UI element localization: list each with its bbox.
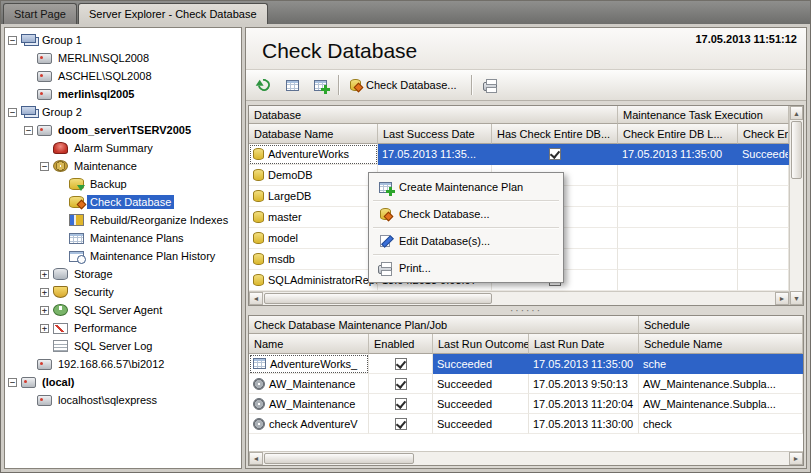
refresh-button[interactable] (251, 73, 277, 97)
last-run-outcome-cell[interactable]: Succeeded (433, 414, 529, 434)
tree-item[interactable]: Maintenance Plans (5, 229, 241, 247)
schedule-name-cell[interactable]: sche (639, 354, 803, 374)
tree-item[interactable]: −Group 1 (5, 31, 241, 49)
scroll-right-icon[interactable] (789, 452, 803, 465)
tree-expand-icon[interactable]: + (40, 306, 49, 315)
tree-item[interactable]: Check Database (5, 193, 241, 211)
check-entire-db-last-cell[interactable] (618, 249, 738, 270)
enabled-checkbox[interactable] (395, 418, 407, 430)
tree-item[interactable]: ASCHEL\SQL2008 (5, 67, 241, 85)
tree-item[interactable]: merlin\sql2005 (5, 85, 241, 103)
table-row[interactable]: check AdventureVSucceeded17.05.2013 11:3… (249, 414, 803, 434)
vscroll-thumb[interactable] (791, 121, 802, 179)
tree-item[interactable]: −Group 2 (5, 103, 241, 121)
last-run-date-cell[interactable]: 17.05.2013 9:50:13 (529, 374, 639, 394)
tab-server-explorer-check-database[interactable]: Server Explorer - Check Database (78, 3, 268, 24)
column-header[interactable]: Last Run Date (529, 334, 639, 354)
enabled-cell[interactable] (369, 374, 433, 394)
database-name-cell[interactable]: LargeDB (249, 186, 378, 207)
tree-collapse-icon[interactable]: − (8, 108, 17, 117)
hscroll-thumb[interactable] (264, 453, 414, 464)
schedule-name-cell[interactable]: check (639, 414, 803, 434)
hscroll-track[interactable] (263, 292, 775, 305)
tree-item[interactable]: −Maintenance (5, 157, 241, 175)
check-entire-db-outcome-cell[interactable] (738, 228, 789, 249)
tree-collapse-icon[interactable]: − (40, 162, 49, 171)
check-entire-db-last-cell[interactable]: 17.05.2013 11:35:00 (618, 144, 738, 165)
column-header[interactable]: Database Name (249, 124, 378, 144)
check-entire-db-last-cell[interactable] (618, 228, 738, 249)
enabled-cell[interactable] (369, 394, 433, 414)
tree-item[interactable]: +Storage (5, 265, 241, 283)
column-header[interactable]: Schedule Name (639, 334, 803, 354)
tree-item[interactable]: localhost\sqlexpress (5, 391, 241, 409)
enabled-checkbox[interactable] (395, 378, 407, 390)
menu-item-check-database[interactable]: Check Database... (371, 202, 561, 226)
check-entire-db-last-cell[interactable] (618, 270, 738, 291)
column-header[interactable]: Last Run Outcome (433, 334, 529, 354)
scroll-down-icon[interactable] (790, 291, 803, 305)
enabled-cell[interactable] (369, 414, 433, 434)
last-run-outcome-cell[interactable]: Succeeded (433, 394, 529, 414)
menu-item-print[interactable]: Print... (371, 256, 561, 280)
tree-collapse-icon[interactable]: − (8, 378, 17, 387)
tree-item[interactable]: 192.168.66.57\bi2012 (5, 355, 241, 373)
database-name-cell[interactable]: SQLAdministratorRepo (249, 270, 378, 291)
check-entire-db-last-cell[interactable] (618, 186, 738, 207)
check-entire-db-last-cell[interactable] (618, 207, 738, 228)
check-database-button[interactable]: Check Database... (344, 73, 466, 97)
last-run-outcome-cell[interactable]: Succeeded (433, 354, 529, 374)
tree-item[interactable]: SQL Server Log (5, 337, 241, 355)
enabled-checkbox[interactable] (395, 398, 407, 410)
last-run-date-cell[interactable]: 17.05.2013 11:20:04 (529, 394, 639, 414)
scroll-left-icon[interactable] (249, 292, 263, 305)
database-name-cell[interactable]: msdb (249, 249, 378, 270)
column-header[interactable]: Check Entire DB L... (618, 124, 738, 144)
job-grid-hscrollbar[interactable] (249, 451, 803, 465)
column-header[interactable]: Enabled (369, 334, 433, 354)
table-row[interactable]: AdventureWorks_Succeeded17.05.2013 11:35… (249, 354, 803, 374)
schedule-name-cell[interactable]: AW_Maintenance.Subpla... (639, 394, 803, 414)
tree-collapse-icon[interactable]: − (24, 126, 33, 135)
tree-item[interactable]: MERLIN\SQL2008 (5, 49, 241, 67)
tree-item[interactable]: +Security (5, 283, 241, 301)
check-entire-db-outcome-cell[interactable] (738, 207, 789, 228)
tree-item[interactable]: −doom_server\TSERV2005 (5, 121, 241, 139)
last-success-date-cell[interactable]: 17.05.2013 11:35... (378, 144, 492, 165)
tree-expand-icon[interactable]: + (40, 288, 49, 297)
tree-item[interactable]: Maintenance Plan History (5, 247, 241, 265)
database-name-cell[interactable]: master (249, 207, 378, 228)
scroll-left-icon[interactable] (249, 452, 263, 465)
tree-item[interactable]: +SQL Server Agent (5, 301, 241, 319)
last-run-date-cell[interactable]: 17.05.2013 11:35:00 (529, 354, 639, 374)
vscroll-track[interactable] (790, 120, 803, 291)
check-entire-db-outcome-cell[interactable] (738, 249, 789, 270)
job-name-cell[interactable]: AdventureWorks_ (249, 354, 369, 374)
grid-view-button[interactable] (279, 73, 305, 97)
database-grid-hscrollbar[interactable] (249, 291, 789, 305)
enabled-checkbox[interactable] (395, 358, 407, 370)
print-button[interactable] (477, 73, 503, 97)
menu-item-create-maintenance-plan[interactable]: Create Maintenance Plan (371, 175, 561, 199)
column-header[interactable]: Has Check Entire DB... (492, 124, 618, 144)
tree-item[interactable]: Rebuild/Reorganize Indexes (5, 211, 241, 229)
scroll-right-icon[interactable] (775, 292, 789, 305)
tree-collapse-icon[interactable]: − (8, 36, 17, 45)
column-header[interactable]: Last Success Date (378, 124, 492, 144)
check-entire-db-last-cell[interactable] (618, 165, 738, 186)
menu-item-edit-database-s[interactable]: Edit Database(s)... (371, 229, 561, 253)
job-name-cell[interactable]: AW_Maintenance (249, 374, 369, 394)
tree-item[interactable]: −(local) (5, 373, 241, 391)
tree-item[interactable]: Backup (5, 175, 241, 193)
database-grid-vscrollbar[interactable] (789, 106, 803, 305)
has-check-entire-checkbox[interactable] (549, 148, 561, 160)
column-header[interactable]: Name (249, 334, 369, 354)
check-entire-db-outcome-cell[interactable]: Succeeded (738, 144, 789, 165)
job-name-cell[interactable]: AW_Maintenance (249, 394, 369, 414)
schedule-name-cell[interactable]: AW_Maintenance.Subpla... (639, 374, 803, 394)
last-run-date-cell[interactable]: 17.05.2013 11:30:00 (529, 414, 639, 434)
enabled-cell[interactable] (369, 354, 433, 374)
database-name-cell[interactable]: AdventureWorks (249, 144, 378, 165)
column-header[interactable]: Check Ent... (738, 124, 789, 144)
tab-start-page[interactable]: Start Page (3, 3, 77, 24)
